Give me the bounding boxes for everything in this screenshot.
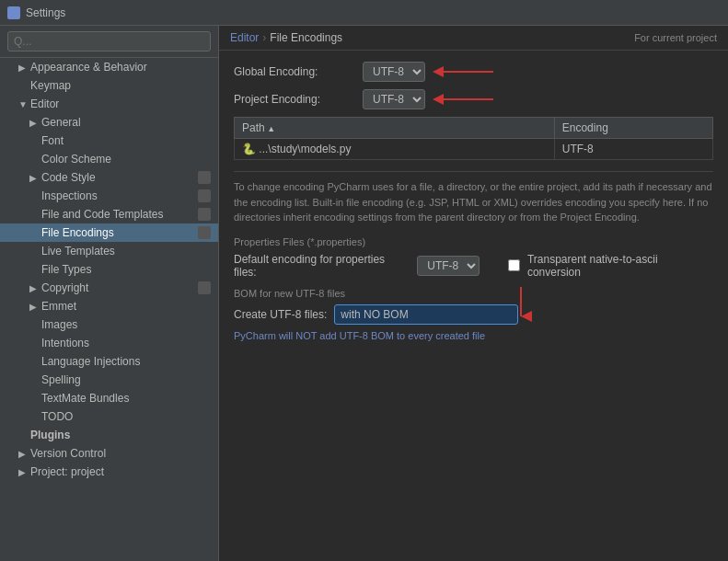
sidebar-item-plugins[interactable]: Plugins xyxy=(0,426,218,444)
sidebar-label-font: Font xyxy=(41,134,64,147)
sidebar-label-inspections: Inspections xyxy=(41,189,98,202)
bom-note-suffix: to every created file xyxy=(394,330,485,341)
search-input[interactable] xyxy=(7,31,211,52)
red-arrow-properties xyxy=(436,257,491,275)
sidebar-label-live-templates: Live Templates xyxy=(41,245,115,258)
sidebar-item-file-encodings[interactable]: File Encodings xyxy=(0,223,218,242)
arrow-appearance xyxy=(18,63,28,73)
search-box xyxy=(0,26,218,58)
sidebar-item-copyright[interactable]: Copyright xyxy=(0,279,218,297)
app-icon xyxy=(7,6,20,19)
global-encoding-label: Global Encoding: xyxy=(234,65,363,78)
transparent-label: Transparent native-to-ascii conversion xyxy=(527,253,713,279)
sidebar-item-version-control[interactable]: Version Control xyxy=(0,444,218,463)
sidebar-item-todo[interactable]: TODO xyxy=(0,407,218,426)
file-encoding-cell: UTF-8 xyxy=(554,139,712,160)
badge-copyright xyxy=(198,281,211,294)
sidebar-label-todo: TODO xyxy=(41,410,73,423)
global-encoding-row: Global Encoding: UTF-8 xyxy=(234,62,713,82)
bom-row: Create UTF-8 files: xyxy=(234,304,713,325)
arrow-version-control xyxy=(18,449,28,459)
sidebar-item-inspections[interactable]: Inspections xyxy=(0,187,218,205)
sidebar-label-file-types: File Types xyxy=(41,263,91,276)
sidebar-item-spelling[interactable]: Spelling xyxy=(0,371,218,389)
breadcrumb: Editor › File Encodings For current proj… xyxy=(219,26,728,51)
properties-section-title: Properties Files (*.properties) xyxy=(234,236,713,247)
default-encoding-label: Default encoding for properties files: xyxy=(234,253,410,279)
project-encoding-select[interactable]: UTF-8 xyxy=(363,89,425,109)
encoding-header: Encoding xyxy=(554,118,712,139)
bom-note-link[interactable]: UTF-8 BOM xyxy=(340,330,394,341)
arrow-copyright xyxy=(29,283,39,293)
badge-code-style xyxy=(198,171,211,184)
bom-section: BOM for new UTF-8 files Create UTF-8 fil… xyxy=(234,288,713,341)
content-area: Editor › File Encodings For current proj… xyxy=(219,26,728,561)
sidebar-item-emmet[interactable]: Emmet xyxy=(0,297,218,315)
info-text: To change encoding PyCharm uses for a fi… xyxy=(234,171,713,225)
sidebar-label-project: Project: project xyxy=(30,465,104,478)
sidebar-item-file-code-templates[interactable]: File and Code Templates xyxy=(0,205,218,223)
sidebar-label-intentions: Intentions xyxy=(41,337,89,349)
sidebar-label-file-code-templates: File and Code Templates xyxy=(41,208,164,221)
badge-file-code-templates xyxy=(198,208,211,221)
sidebar-item-project[interactable]: Project: project xyxy=(0,463,218,481)
badge-file-encodings xyxy=(198,226,211,239)
sidebar-item-general[interactable]: General xyxy=(0,113,218,132)
badge-inspections xyxy=(198,189,211,202)
sidebar-item-file-types[interactable]: File Types xyxy=(0,260,218,279)
sidebar-label-emmet: Emmet xyxy=(41,300,76,313)
sidebar-item-keymap[interactable]: Keymap xyxy=(0,76,218,95)
sidebar-item-appearance[interactable]: Appearance & Behavior xyxy=(0,58,218,76)
main-container: Appearance & BehaviorKeymapEditorGeneral… xyxy=(0,26,728,561)
arrow-editor xyxy=(18,99,28,109)
sidebar-item-live-templates[interactable]: Live Templates xyxy=(0,242,218,260)
global-encoding-select[interactable]: UTF-8 xyxy=(363,62,425,82)
sidebar-label-editor: Editor xyxy=(30,97,59,110)
sidebar-item-images[interactable]: Images xyxy=(0,315,218,334)
sidebar-label-keymap: Keymap xyxy=(30,79,71,92)
arrow-general xyxy=(29,118,39,128)
create-utf8-label: Create UTF-8 files: xyxy=(234,308,327,321)
sidebar-label-images: Images xyxy=(41,318,77,331)
red-arrow-bom xyxy=(507,287,535,324)
title-bar-text: Settings xyxy=(26,6,65,19)
sidebar-label-textmate-bundles: TextMate Bundles xyxy=(41,392,129,405)
sidebar-item-intentions[interactable]: Intentions xyxy=(0,334,218,352)
sidebar-label-file-encodings: File Encodings xyxy=(41,226,114,239)
arrow-code-style xyxy=(29,173,39,183)
sidebar-item-language-injections[interactable]: Language Injections xyxy=(0,352,218,371)
sidebar-item-font[interactable]: Font xyxy=(0,132,218,150)
bom-title: BOM for new UTF-8 files xyxy=(234,288,713,299)
arrow-emmet xyxy=(29,302,39,312)
sidebar-item-textmate-bundles[interactable]: TextMate Bundles xyxy=(0,389,218,407)
for-current-project: For current project xyxy=(634,32,717,43)
transparent-checkbox[interactable] xyxy=(508,259,520,271)
sidebar-label-color-scheme: Color Scheme xyxy=(41,153,111,166)
bom-note-prefix: PyCharm will NOT add xyxy=(234,330,340,341)
settings-content: Global Encoding: UTF-8 Project Encoding: xyxy=(219,51,728,561)
sidebar-label-general: General xyxy=(41,116,81,129)
bom-note: PyCharm will NOT add UTF-8 BOM to every … xyxy=(234,330,713,341)
breadcrumb-file-encodings: File Encodings xyxy=(270,31,342,44)
sidebar-label-plugins: Plugins xyxy=(30,429,70,441)
default-encoding-row: Default encoding for properties files: U… xyxy=(234,253,713,279)
sidebar-item-color-scheme[interactable]: Color Scheme xyxy=(0,150,218,168)
sidebar-label-appearance: Appearance & Behavior xyxy=(30,61,147,74)
sidebar-item-code-style[interactable]: Code Style xyxy=(0,168,218,187)
file-path-cell: 🐍 ...\study\models.py xyxy=(235,139,555,160)
red-arrow-project xyxy=(429,90,503,109)
title-bar: Settings xyxy=(0,0,728,26)
breadcrumb-editor[interactable]: Editor xyxy=(230,31,259,44)
properties-section: Properties Files (*.properties) Default … xyxy=(234,236,713,279)
breadcrumb-sep: › xyxy=(262,31,266,44)
sidebar-label-copyright: Copyright xyxy=(41,281,88,294)
file-table: Path Encoding 🐍 ...\study\models.pyUTF-8 xyxy=(234,117,713,160)
sidebar-item-editor[interactable]: Editor xyxy=(0,95,218,113)
sidebar-label-code-style: Code Style xyxy=(41,171,96,184)
sidebar: Appearance & BehaviorKeymapEditorGeneral… xyxy=(0,26,219,561)
project-encoding-row: Project Encoding: UTF-8 xyxy=(234,89,713,109)
sidebar-label-language-injections: Language Injections xyxy=(41,355,140,368)
bom-input[interactable] xyxy=(334,304,518,325)
table-row[interactable]: 🐍 ...\study\models.pyUTF-8 xyxy=(235,139,713,160)
path-header[interactable]: Path xyxy=(235,118,555,139)
